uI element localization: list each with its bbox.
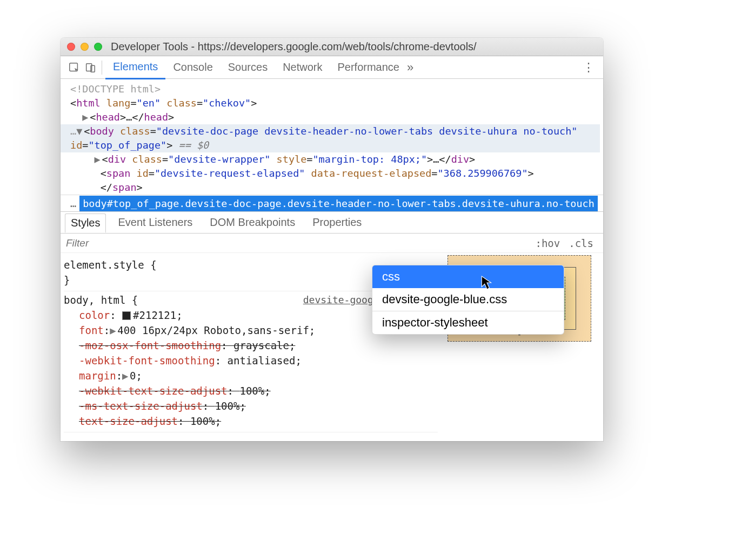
tabs-overflow-icon[interactable]: » (407, 61, 413, 75)
menu-item-inspector-stylesheet[interactable]: inspector-stylesheet (372, 311, 564, 334)
tab-elements[interactable]: Elements (105, 56, 165, 79)
subtab-properties[interactable]: Properties (307, 214, 367, 231)
tab-performance[interactable]: Performance (330, 56, 408, 78)
css-prop-text-size[interactable]: text-size-adjust: 100%; (79, 414, 438, 429)
close-window-button[interactable] (67, 43, 75, 51)
device-toolbar-icon[interactable] (82, 59, 98, 76)
settings-menu-icon[interactable]: ⋮ (579, 61, 598, 75)
zoom-window-button[interactable] (94, 43, 102, 51)
head-node[interactable]: ▶<head>…</head> (70, 110, 600, 124)
tab-network[interactable]: Network (275, 56, 330, 78)
dom-breadcrumb[interactable]: … body#top_of_page.devsite-doc-page.devs… (61, 195, 603, 212)
mouse-cursor-icon (481, 276, 493, 290)
styles-filter-input[interactable] (66, 237, 195, 249)
tab-console[interactable]: Console (165, 56, 220, 78)
traffic-lights (67, 43, 102, 51)
css-prop-moz-smoothing[interactable]: -moz-osx-font-smoothing: grayscale; (79, 338, 438, 353)
menu-item-css[interactable]: css (372, 265, 564, 288)
subtab-dom-breakpoints[interactable]: DOM Breakpoints (204, 214, 300, 231)
panel-tabs: Elements Console Sources Network Perform… (61, 56, 603, 79)
subtab-event-listeners[interactable]: Event Listeners (112, 214, 198, 231)
styles-subtabs: Styles Event Listeners DOM Breakpoints P… (61, 212, 603, 234)
divider (102, 61, 102, 75)
breadcrumb-overflow[interactable]: … (67, 198, 79, 209)
css-prop-webkit-smoothing[interactable]: -webkit-font-smoothing: antialiased; (79, 353, 438, 368)
div-wrapper-node[interactable]: ▶<div class="devsite-wrapper" style="mar… (70, 152, 600, 166)
minimize-window-button[interactable] (81, 43, 89, 51)
body-node-selected[interactable]: …▼<body class="devsite-doc-page devsite-… (61, 124, 600, 152)
doctype-node[interactable]: <!DOCTYPE html> (70, 82, 600, 96)
title-bar: Developer Tools - https://developers.goo… (61, 38, 603, 56)
css-prop-ms-text-size[interactable]: -ms-text-size-adjust: 100%; (79, 398, 438, 414)
span-close-node[interactable]: </span> (70, 181, 600, 195)
color-swatch-icon[interactable] (122, 311, 131, 320)
window-title: Developer Tools - https://developers.goo… (111, 41, 477, 53)
menu-item-devsite-blue[interactable]: devsite-google-blue.css (372, 288, 564, 311)
css-prop-margin[interactable]: margin:▶0; (79, 368, 438, 383)
breadcrumb-selected[interactable]: body#top_of_page.devsite-doc-page.devsit… (79, 196, 598, 211)
stylesheet-context-menu[interactable]: css devsite-google-blue.css inspector-st… (372, 265, 564, 335)
span-elapsed-node[interactable]: <span id="devsite-request-elapsed" data-… (70, 166, 600, 181)
subtab-styles[interactable]: Styles (65, 214, 106, 233)
hov-toggle[interactable]: :hov (531, 237, 564, 249)
dom-tree[interactable]: <!DOCTYPE html> <html lang="en" class="c… (61, 79, 603, 195)
cls-toggle[interactable]: .cls (564, 237, 598, 249)
css-prop-webkit-text-size[interactable]: -webkit-text-size-adjust: 100%; (79, 383, 438, 398)
tab-sources[interactable]: Sources (221, 56, 275, 78)
styles-filter-bar: :hov .cls (61, 234, 603, 253)
devtools-window: Developer Tools - https://developers.goo… (61, 38, 603, 441)
inspect-element-icon[interactable] (66, 59, 82, 76)
html-node[interactable]: <html lang="en" class="chekov"> (70, 96, 600, 110)
